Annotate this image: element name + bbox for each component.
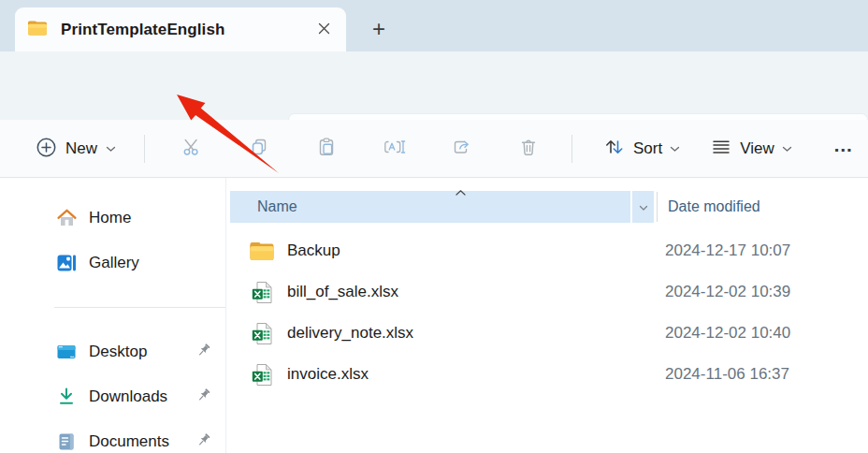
file-date-modified: 2024-12-02 10:39 [665,283,790,301]
sidebar-divider [54,307,225,308]
sidebar-item-gallery[interactable]: Gallery [0,241,225,285]
toolbar-divider [144,135,145,163]
clipboard-icon [315,136,338,161]
more-options-button[interactable]: … [826,130,862,168]
file-date-modified: 2024-11-06 16:37 [665,365,789,384]
new-button[interactable]: New [26,130,125,168]
excel-icon [249,322,275,345]
new-tab-button[interactable]: + [363,13,395,45]
file-name: bill_of_sale.xlsx [287,283,665,301]
sidebar-item-label: Desktop [89,343,195,361]
folder-icon [249,241,275,262]
desktop-icon [54,341,79,363]
sidebar-item-downloads[interactable]: Downloads [0,374,225,419]
share-icon [450,136,472,161]
delete-button[interactable] [510,130,547,168]
column-header-name-label: Name [257,198,297,215]
file-name: delivery_note.xlsx [287,324,665,343]
sidebar-item-documents[interactable]: Documents [0,419,225,453]
file-date-modified: 2024-12-02 10:40 [665,324,790,343]
close-icon [318,22,330,37]
column-header-name[interactable]: Name [230,191,630,223]
chevron-down-icon [670,141,680,155]
tab-title: PrintTemplateEnglish [61,21,311,39]
share-button[interactable] [442,130,480,168]
file-row-delivery-note[interactable]: delivery_note.xlsx 2024-12-02 10:40 [226,313,868,354]
sort-button[interactable]: Sort [593,129,689,168]
sidebar-item-label: Downloads [89,387,195,406]
column-headers: Name Date modified [226,191,868,223]
tab-print-template-english[interactable]: PrintTemplateEnglish [15,7,346,51]
rename-icon [382,136,406,161]
excel-icon [249,281,275,304]
rename-button[interactable] [375,130,412,168]
sort-ascending-icon [455,183,467,200]
chevron-down-icon [782,141,792,155]
chevron-down-icon [639,198,648,215]
gallery-icon [54,252,79,274]
paste-button[interactable] [308,130,345,168]
file-list: Name Date modified [226,178,868,453]
column-divider[interactable] [657,192,658,222]
file-row-invoice[interactable]: invoice.xlsx 2024-11-06 16:37 [226,354,868,395]
folder-icon [27,20,48,40]
file-name: Backup [287,241,665,260]
navigation-bar: … Local PrintTemplateEnglish [0,51,868,120]
copy-icon [248,136,270,161]
scissors-icon [181,136,203,161]
tab-close-button[interactable] [311,17,337,43]
view-list-icon [710,136,732,161]
command-toolbar: New [0,120,868,178]
file-row-backup[interactable]: Backup 2024-12-17 10:07 [226,230,868,271]
file-rows: Backup 2024-12-17 10:07 [226,230,868,395]
sidebar: Home Gallery [0,178,226,453]
file-row-bill-of-sale[interactable]: bill_of_sale.xlsx 2024-12-02 10:39 [226,271,868,313]
sort-button-label: Sort [633,139,662,158]
file-explorer-window: PrintTemplateEnglish + [0,0,868,453]
excel-icon [249,363,275,387]
downloads-icon [54,386,79,408]
tab-bar: PrintTemplateEnglish + [0,0,868,51]
pin-icon [195,431,212,453]
column-header-date-modified[interactable]: Date modified [668,191,760,223]
pin-icon [195,342,212,363]
sidebar-item-label: Documents [89,432,195,451]
plus-circle-icon [36,137,57,161]
sidebar-item-label: Gallery [89,254,212,272]
home-icon [54,207,79,229]
view-button-label: View [740,139,774,158]
sidebar-item-home[interactable]: Home [0,196,225,241]
chevron-down-icon [106,141,116,155]
sidebar-item-desktop[interactable]: Desktop [0,329,225,374]
column-filter-dropdown[interactable] [632,191,654,223]
pin-icon [195,387,212,408]
content-area: Home Gallery [0,178,868,453]
trash-icon [517,136,540,161]
sort-icon [602,136,626,161]
view-button[interactable]: View [701,129,802,168]
file-name: invoice.xlsx [287,365,665,384]
new-button-label: New [65,139,97,158]
sidebar-item-label: Home [89,209,212,227]
copy-button[interactable] [240,130,278,168]
file-date-modified: 2024-12-17 10:07 [665,241,790,260]
column-header-date-label: Date modified [668,198,760,215]
toolbar-divider [571,135,572,163]
cut-button[interactable] [173,130,210,168]
documents-icon [54,431,79,453]
